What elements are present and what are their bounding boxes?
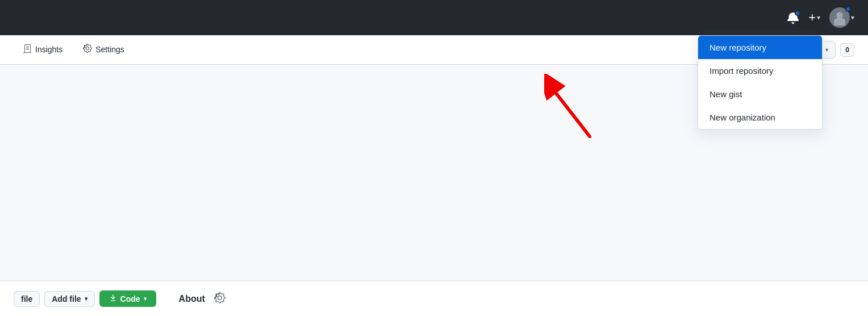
svg-line-1 (550, 85, 590, 136)
avatar-chevron-icon: ▾ (851, 14, 854, 22)
arrow-annotation (544, 74, 658, 144)
notification-dot (795, 10, 800, 16)
avatar-notification-dot (845, 6, 851, 12)
settings-tab-label: Settings (95, 45, 124, 54)
user-menu-button[interactable]: ▾ (829, 7, 854, 28)
code-chevron-icon: ▾ (144, 296, 147, 302)
bottom-bar: file Add file ▾ Code ▾ About (0, 281, 868, 316)
chevron-down-icon: ▾ (817, 14, 820, 22)
new-repository-item[interactable]: New repository (698, 36, 822, 59)
navbar-right: + ▾ ▾ (787, 7, 854, 28)
plus-icon: + (808, 10, 816, 25)
new-gist-item[interactable]: New gist (698, 82, 822, 106)
insights-tab-label: Insights (35, 45, 62, 54)
code-button[interactable]: Code ▾ (99, 290, 156, 307)
code-label: Code (120, 294, 140, 303)
about-settings-button[interactable] (214, 292, 226, 305)
navbar: + ▾ ▾ (0, 0, 868, 35)
import-repository-item[interactable]: Import repository (698, 59, 822, 82)
notifications-button[interactable] (787, 11, 799, 24)
about-gear-icon (214, 292, 226, 303)
add-file-chevron-icon: ▾ (85, 296, 87, 302)
about-section: About (179, 292, 226, 305)
file-label: file (21, 294, 32, 303)
file-button[interactable]: file (14, 291, 40, 307)
insights-icon (23, 44, 32, 55)
download-icon (109, 294, 117, 303)
settings-icon (83, 44, 92, 55)
tab-settings[interactable]: Settings (74, 37, 133, 63)
add-file-label: Add file (52, 294, 81, 303)
repo-tabs: Insights Settings (14, 37, 133, 63)
watch-count-badge: 0 (840, 43, 854, 57)
tab-insights[interactable]: Insights (14, 37, 72, 63)
create-dropdown-menu: New repository Import repository New gis… (698, 35, 823, 130)
watch-count: 0 (845, 46, 849, 54)
avatar-wrapper (829, 7, 850, 28)
about-label: About (179, 294, 205, 304)
create-new-button[interactable]: + ▾ (808, 10, 820, 25)
new-organization-item[interactable]: New organization (698, 106, 822, 129)
add-file-button[interactable]: Add file ▾ (44, 291, 94, 307)
unwatch-chevron-icon: ▾ (825, 47, 828, 53)
